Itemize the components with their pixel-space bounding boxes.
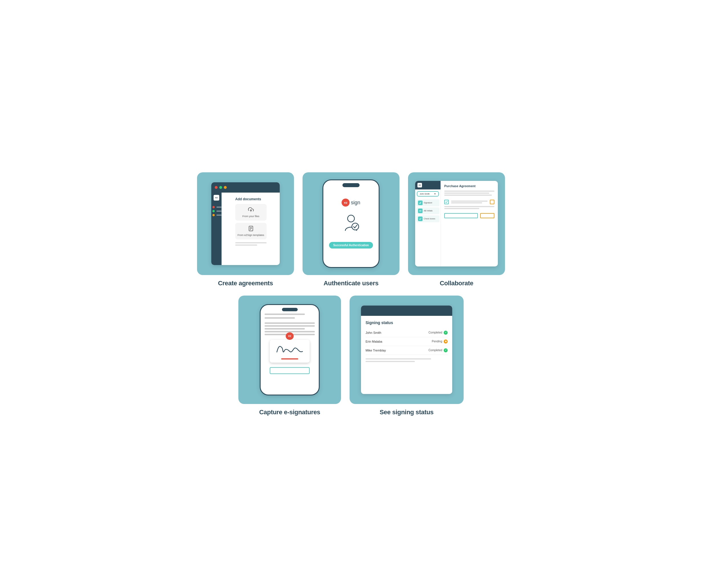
feature-signing-status: Signing status John Smith Completed ✓ (350, 296, 464, 416)
sidebar-dot-red (212, 206, 215, 208)
checkbox-icon-badge (418, 216, 423, 221)
create-app-window: ez (211, 182, 280, 265)
john-smith-name: John Smith (366, 331, 429, 334)
sign-line-3 (265, 322, 315, 324)
status-card: Signing status John Smith Completed ✓ (350, 296, 464, 404)
input-field-teal[interactable] (444, 213, 478, 218)
initials-icon-badge: AB (418, 209, 423, 213)
signature-label: Signature (424, 202, 432, 204)
collab-sidebar-header: ez (415, 181, 441, 189)
status-row-erin-malaba: Erin Malaba Pending (366, 337, 448, 346)
auth-phone: ez sign (323, 180, 379, 268)
create-content-area: Add documents From (232, 193, 270, 265)
check-field-orange (490, 200, 494, 204)
sign-phone-notch (282, 308, 298, 311)
collab-item-initials[interactable]: AB AB Initials (416, 207, 439, 214)
sidebar-dot-yellow (212, 214, 215, 216)
collab-doc-area: Purchase Agreement (441, 181, 498, 267)
sidebar-line-3 (216, 214, 222, 216)
sign-line-4 (265, 325, 315, 327)
doc-lines-after-check (451, 201, 488, 203)
upload-icon (248, 207, 254, 214)
collab-doc-lines (444, 191, 494, 196)
svg-point-5 (348, 215, 354, 222)
sidebar-row-3 (211, 214, 222, 216)
auth-success-badge: Successful Authentication (329, 242, 373, 249)
signature-image (270, 343, 310, 357)
create-agreements-card: ez (197, 172, 294, 275)
add-docs-title: Add documents (235, 197, 267, 201)
feature-capture-signatures: ez (238, 296, 341, 416)
sig-bar (281, 358, 298, 360)
status-label: See signing status (380, 408, 434, 416)
initials-label: AB Initials (424, 210, 433, 212)
check-icon (419, 217, 422, 220)
sign-label: Capture e-signatures (259, 408, 320, 416)
status-window: Signing status John Smith Completed ✓ (361, 306, 452, 394)
sign-line-5 (265, 328, 305, 329)
sign-line-1 (265, 313, 305, 315)
chevron-down-icon: ▼ (434, 193, 436, 195)
signature-icon-badge (418, 201, 423, 205)
ez-circle-logo: ez (342, 199, 350, 207)
person-icon-wrapper (340, 212, 362, 236)
svg-point-6 (352, 223, 359, 230)
check-field-teal (444, 200, 449, 204)
feature-authenticate-users: ez sign (303, 172, 399, 287)
john-smith-status: Completed ✓ (429, 331, 448, 335)
doc-line-5 (444, 208, 479, 209)
signature-icon (419, 201, 422, 204)
john-smith-status-text: Completed (429, 331, 442, 334)
app-sidebar: ez (211, 193, 222, 265)
completed-icon-2: ✓ (444, 348, 448, 352)
from-files-button[interactable]: From your files (235, 204, 267, 220)
ezsign-logo: ez sign (342, 199, 360, 207)
ez-logo-sidebar: ez (214, 195, 219, 201)
input-field-orange[interactable] (480, 213, 494, 218)
collab-doc-title: Purchase Agreement (444, 184, 494, 188)
ph-line-1 (235, 242, 267, 243)
sidebar-rows (211, 204, 222, 218)
collab-input-row (444, 213, 494, 218)
sidebar-row-2 (211, 210, 222, 212)
bottom-row: ez (180, 296, 522, 416)
collab-sidebar-items: Signature AB AB Initials (415, 198, 441, 223)
collab-item-signature[interactable]: Signature (416, 199, 439, 206)
feature-create-agreements: ez (197, 172, 294, 287)
signing-status-title: Signing status (366, 320, 448, 325)
sign-area-teal[interactable] (270, 367, 310, 374)
placeholder-lines (235, 242, 267, 246)
status-placeholder-lines (366, 358, 448, 362)
sidebar-line-1 (216, 207, 222, 208)
status-content: Signing status John Smith Completed ✓ (361, 316, 452, 367)
signature-card (270, 340, 310, 363)
collab-card: ez John Smith ▼ (408, 172, 505, 275)
collab-item-checkboxes[interactable]: Check boxes (416, 215, 439, 222)
erin-malaba-status: Pending (432, 339, 448, 344)
from-templates-button[interactable]: From eZSign templates (235, 223, 267, 239)
doc-line-2 (444, 193, 489, 194)
pending-icon (444, 339, 448, 344)
status-titlebar (361, 306, 452, 316)
ezsign-text: sign (351, 200, 360, 206)
collab-window: ez John Smith ▼ (415, 181, 498, 267)
ez-pin-head: ez (286, 332, 294, 340)
status-ph-line-2 (366, 361, 415, 362)
window-dot-red (215, 186, 218, 189)
user-selector[interactable]: John Smith ▼ (417, 191, 439, 197)
document-icon (248, 226, 254, 232)
doc-line-3 (444, 195, 492, 196)
top-row: ez (180, 172, 522, 287)
main-container: ez (180, 172, 522, 416)
sign-line-2 (265, 317, 295, 319)
sig-card-wrapper: ez (270, 337, 310, 365)
pending-dot-inner (445, 340, 447, 342)
mike-tremblay-name: Mike Tremblay (366, 349, 429, 352)
sidebar-line-2 (216, 211, 222, 212)
create-label: Create agreements (218, 280, 273, 287)
completed-icon-1: ✓ (444, 331, 448, 335)
phone-notch (342, 183, 360, 187)
signature-svg (274, 344, 306, 356)
erin-malaba-name: Erin Malaba (366, 340, 432, 343)
mike-tremblay-status-text: Completed (429, 349, 442, 352)
